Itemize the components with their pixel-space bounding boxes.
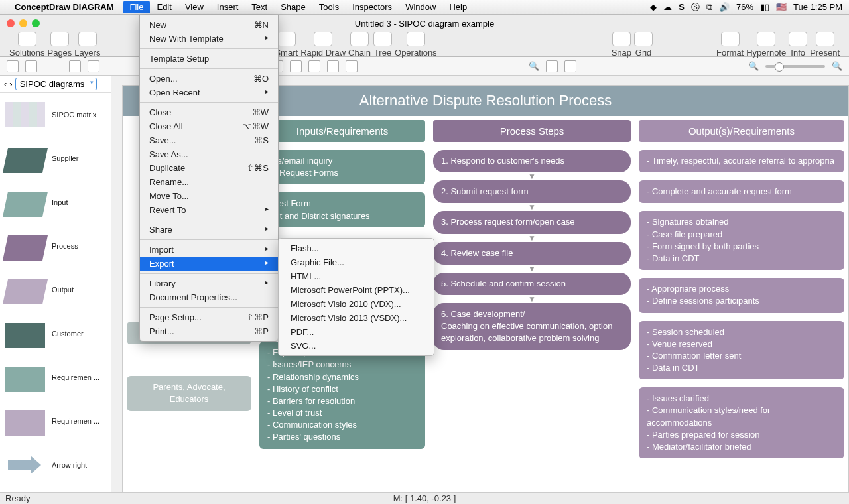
zoom-out-icon[interactable]: 🔍: [748, 61, 759, 71]
forward-icon[interactable]: ›: [9, 79, 12, 89]
menu-item-move-to-[interactable]: Move To...: [140, 189, 278, 203]
output-box[interactable]: - Session scheduled- Venue reserved- Con…: [639, 321, 844, 380]
step-box[interactable]: 4. Review case file: [433, 242, 631, 265]
connector-2[interactable]: [290, 60, 302, 72]
menu-insert[interactable]: Insert: [210, 1, 245, 13]
menu-view[interactable]: View: [178, 1, 210, 13]
lib-item-customer[interactable]: Customer: [0, 312, 111, 355]
export-svg-[interactable]: SVG...: [279, 339, 434, 353]
step-box[interactable]: 1. Respond to customer's needs: [433, 150, 631, 172]
output-box[interactable]: - Timely, respectful, accurate referral …: [639, 150, 844, 172]
toolbar-info[interactable]: Info: [789, 32, 807, 58]
menu-item-open-recent[interactable]: Open Recent: [140, 86, 278, 99]
close-icon[interactable]: [7, 19, 15, 27]
rect-tool[interactable]: [69, 60, 81, 72]
output-box[interactable]: - Issues clarified- Communication styles…: [639, 387, 844, 458]
export-graphic-file-[interactable]: Graphic File...: [279, 255, 434, 269]
connector-4[interactable]: [327, 60, 339, 72]
menu-item-import[interactable]: Import: [140, 243, 278, 257]
step-box[interactable]: 3. Process request form/open case: [433, 211, 631, 233]
step-box[interactable]: 2. Submit request form: [433, 180, 631, 203]
lib-item-requiremen-[interactable]: Requiremen ...: [0, 399, 111, 443]
menu-tools[interactable]: Tools: [312, 1, 346, 13]
export-html-[interactable]: HTML...: [279, 269, 434, 283]
export-microsoft-powerpoint-pptx-[interactable]: Microsoft PowerPoint (PPTX)...: [279, 283, 434, 297]
eyedropper-tool[interactable]: [564, 60, 576, 72]
lib-item-input[interactable]: Input: [0, 180, 111, 224]
lib-item-output[interactable]: Output: [0, 268, 111, 312]
menu-item-close-all[interactable]: Close All⌥⌘W: [140, 119, 278, 133]
library-breadcrumb[interactable]: ‹ › SIPOC diagrams: [0, 76, 111, 93]
connector-3[interactable]: [308, 60, 320, 72]
zoom-icon[interactable]: [32, 19, 40, 27]
menu-item-new-with-template[interactable]: New With Template: [140, 32, 278, 46]
menu-item-page-setup-[interactable]: Page Setup...⇧⌘P: [140, 310, 278, 324]
back-icon[interactable]: ‹: [4, 79, 7, 89]
toolbar-solutions[interactable]: Solutions: [9, 32, 44, 58]
menu-item-save-[interactable]: Save...⌘S: [140, 133, 278, 147]
menu-inspectors[interactable]: Inspectors: [346, 1, 399, 13]
ellipse-tool[interactable]: [88, 60, 99, 72]
traffic-lights[interactable]: [7, 19, 40, 27]
export-microsoft-visio-vdx-[interactable]: Microsoft Visio 2010 (VDX)...: [279, 297, 434, 311]
toolbar-tree[interactable]: Tree: [373, 32, 392, 58]
menu-shape[interactable]: Shape: [274, 1, 312, 13]
lib-item-process[interactable]: Process: [0, 224, 111, 268]
step-box[interactable]: 6. Case development/Coaching on effectiv…: [433, 303, 631, 350]
input-box[interactable]: - Explain process/role of neutral- Issue…: [259, 342, 425, 449]
menu-text[interactable]: Text: [245, 1, 274, 13]
s-icon[interactable]: S: [679, 2, 685, 12]
menu-item-template-setup[interactable]: Template Setup: [140, 52, 278, 66]
menu-item-library[interactable]: Library: [140, 277, 278, 290]
connector-5[interactable]: [346, 60, 358, 72]
export-flash-[interactable]: Flash...: [279, 241, 434, 255]
toolbar-layers[interactable]: Layers: [74, 32, 100, 58]
toolbar-rapid-draw[interactable]: Rapid Draw: [300, 32, 346, 58]
zoom-slider[interactable]: [765, 65, 825, 68]
menu-item-close[interactable]: Close⌘W: [140, 105, 278, 119]
battery-icon[interactable]: ▮▯: [760, 2, 769, 12]
zoom-out-icon[interactable]: 🔍: [529, 61, 539, 71]
menu-item-revert-to[interactable]: Revert To: [140, 203, 278, 217]
menu-item-share[interactable]: Share: [140, 223, 278, 237]
diamond-icon[interactable]: ◆: [650, 2, 657, 12]
toolbar-snap[interactable]: Snap: [612, 32, 631, 58]
output-box[interactable]: - Complete and accurate request form: [639, 180, 844, 203]
menu-file[interactable]: File: [123, 1, 151, 13]
zoom-in-icon[interactable]: 🔍: [832, 61, 842, 71]
pointer-tool[interactable]: [7, 60, 19, 72]
menu-item-print-[interactable]: Print...⌘P: [140, 324, 278, 338]
source-box[interactable]: Parents, Advocate, Educators: [127, 376, 251, 410]
output-box[interactable]: - Appropriare process- Define sessions p…: [639, 278, 844, 312]
toolbar-grid[interactable]: Grid: [634, 32, 653, 58]
input-box[interactable]: quest Formrent and District signatures: [259, 192, 425, 227]
step-box[interactable]: 5. Schedule and confirm session: [433, 273, 631, 295]
wifi-icon[interactable]: ⧉: [706, 2, 712, 13]
volume-icon[interactable]: 🔊: [719, 2, 730, 12]
hand-tool[interactable]: [546, 60, 558, 72]
minimize-icon[interactable]: [19, 19, 27, 27]
lib-item-requiremen-[interactable]: Requiremen ...: [0, 355, 111, 399]
toolbar-hypernote[interactable]: Hypernote: [746, 32, 786, 58]
marquee-tool[interactable]: [25, 60, 37, 72]
menu-item-save-as-[interactable]: Save As...: [140, 147, 278, 161]
lib-item-supplier[interactable]: Supplier: [0, 137, 111, 180]
menu-item-export[interactable]: Export: [140, 257, 278, 271]
menu-item-open-[interactable]: Open...⌘O: [140, 72, 278, 86]
toolbar-pages[interactable]: Pages: [47, 32, 72, 58]
input-box[interactable]: one/email inquiryeb Request Forms: [259, 150, 425, 184]
toolbar-chain[interactable]: Chain: [348, 32, 371, 58]
menu-help[interactable]: Help: [442, 1, 474, 13]
menu-item-rename-[interactable]: Rename...: [140, 175, 278, 189]
flag-icon[interactable]: 🇺🇸: [776, 2, 787, 12]
lib-item-sipoc-matrix[interactable]: SIPOC matrix: [0, 93, 111, 137]
export-pdf-[interactable]: PDF...: [279, 325, 434, 339]
toolbar-format[interactable]: Format: [716, 32, 744, 58]
menu-edit[interactable]: Edit: [150, 1, 178, 13]
lib-item-arrow-right[interactable]: Arrow right: [0, 443, 111, 487]
output-box[interactable]: - Signatures obtained- Case file prepare…: [639, 211, 844, 270]
toolbar-present[interactable]: Present: [810, 32, 840, 58]
export-microsoft-visio-vsdx-[interactable]: Microsoft Visio 2013 (VSDX)...: [279, 311, 434, 325]
toolbar-operations[interactable]: Operations: [395, 32, 437, 58]
menu-item-duplicate[interactable]: Duplicate⇧⌘S: [140, 161, 278, 175]
